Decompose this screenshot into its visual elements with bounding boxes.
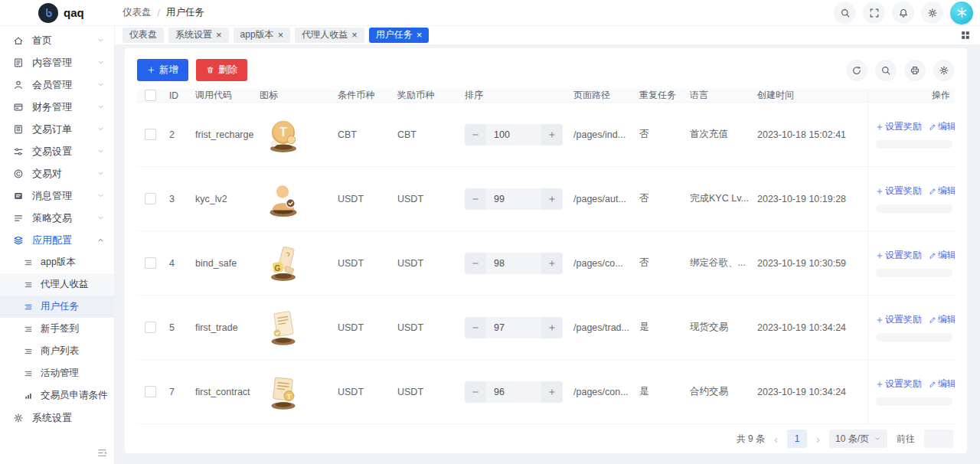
sidebar-item-7[interactable]: 消息管理 bbox=[0, 185, 114, 207]
tab-2[interactable]: app版本× bbox=[234, 28, 291, 43]
page-size-select[interactable]: 10 条/页 bbox=[829, 430, 887, 448]
user-avatar[interactable] bbox=[950, 2, 973, 25]
row-checkbox[interactable] bbox=[145, 322, 156, 333]
row-checkbox[interactable] bbox=[145, 129, 156, 140]
sidebar-subitem-9-4[interactable]: 商户列表 bbox=[0, 340, 114, 362]
fullscreen-icon[interactable] bbox=[863, 2, 885, 24]
row-checkbox[interactable] bbox=[145, 386, 156, 397]
sidebar-item-6[interactable]: 交易对 bbox=[0, 162, 114, 185]
edit-link[interactable]: 编辑 bbox=[929, 313, 955, 326]
sidebar-item-2[interactable]: 会员管理 bbox=[0, 74, 114, 96]
table-card: 新增 删除 ID调用代码图标条件币种奖励币种排序页面路径重复任务语言创建时间操作… bbox=[125, 48, 967, 453]
sidebar-subitem-9-5[interactable]: 活动管理 bbox=[0, 362, 114, 384]
plus-icon[interactable] bbox=[541, 317, 563, 338]
gear-icon[interactable] bbox=[921, 2, 943, 24]
breadcrumb-dashboard[interactable]: 仪表盘 bbox=[122, 6, 152, 19]
delete-button[interactable]: 删除 bbox=[196, 59, 247, 81]
trading-pair-icon bbox=[13, 168, 24, 179]
sort-stepper[interactable]: 96 bbox=[465, 381, 563, 403]
column-header: 排序 bbox=[459, 89, 567, 102]
minus-icon[interactable] bbox=[465, 253, 486, 274]
table-row-2: 2frist_rechargeTCBTCBT100/pages/ind...否首… bbox=[137, 103, 955, 167]
edit-link[interactable]: 编辑 bbox=[929, 249, 955, 262]
app-logo: qaq bbox=[0, 3, 115, 23]
chevron-down-icon bbox=[96, 147, 105, 155]
row-checkbox[interactable] bbox=[145, 257, 156, 269]
top-header: qaq 仪表盘 / 用户任务 bbox=[0, 0, 980, 26]
plus-icon[interactable] bbox=[541, 381, 563, 403]
tab-3[interactable]: 代理人收益× bbox=[295, 28, 364, 43]
set-reward-link[interactable]: 设置奖励 bbox=[876, 377, 922, 390]
cell-repeat-task: 是 bbox=[633, 296, 684, 359]
sort-stepper[interactable]: 98 bbox=[465, 253, 563, 274]
plus-icon[interactable] bbox=[541, 253, 563, 274]
goto-page-input[interactable] bbox=[924, 430, 953, 448]
sidebar-item-5[interactable]: 交易设置 bbox=[0, 140, 114, 162]
sidebar-item-0[interactable]: 首页 bbox=[0, 29, 114, 51]
search-icon[interactable] bbox=[875, 60, 897, 81]
sidebar-item-8[interactable]: 策略交易 bbox=[0, 207, 114, 229]
set-reward-link[interactable]: 设置奖励 bbox=[876, 185, 922, 198]
set-reward-link[interactable]: 设置奖励 bbox=[876, 249, 922, 262]
prev-page-icon[interactable]: ‹ bbox=[774, 433, 778, 445]
grid-menu-icon[interactable] bbox=[960, 30, 971, 41]
refresh-icon[interactable] bbox=[846, 60, 867, 81]
close-icon[interactable]: × bbox=[351, 30, 358, 40]
column-header: 重复任务 bbox=[633, 89, 684, 102]
sidebar-item-10[interactable]: 系统设置 bbox=[0, 407, 114, 429]
sidebar-subitem-9-0[interactable]: app版本 bbox=[0, 251, 114, 273]
minus-icon[interactable] bbox=[465, 188, 486, 210]
page-number[interactable]: 1 bbox=[787, 430, 807, 448]
table-header: ID调用代码图标条件币种奖励币种排序页面路径重复任务语言创建时间操作 bbox=[137, 89, 955, 103]
select-all-checkbox[interactable] bbox=[145, 90, 156, 101]
plus-icon[interactable] bbox=[541, 188, 563, 210]
minus-icon[interactable] bbox=[465, 381, 486, 403]
sort-stepper[interactable]: 100 bbox=[465, 124, 563, 145]
member-icon bbox=[13, 80, 24, 90]
set-reward-link[interactable]: 设置奖励 bbox=[876, 120, 922, 133]
collapse-sidebar-icon[interactable] bbox=[96, 447, 108, 459]
sidebar-subitem-9-6[interactable]: 交易员申请条件 bbox=[0, 384, 114, 407]
tab-4[interactable]: 用户任务× bbox=[369, 28, 430, 43]
table-row-5: 5first_tradeUSDTUSDT97/pages/trad...是现货交… bbox=[137, 296, 955, 360]
cell-reward-currency: USDT bbox=[391, 167, 459, 230]
chevron-down-icon bbox=[874, 435, 881, 443]
sidebar-subitem-9-3[interactable]: 新手签到 bbox=[0, 318, 114, 340]
tab-0[interactable]: 仪表盘 bbox=[122, 28, 164, 43]
sidebar-item-1[interactable]: 内容管理 bbox=[0, 51, 114, 74]
cell-code: kyc_lv2 bbox=[189, 167, 253, 230]
close-icon[interactable]: × bbox=[216, 30, 222, 40]
minus-icon[interactable] bbox=[465, 124, 486, 145]
ops-track bbox=[876, 397, 952, 406]
close-icon[interactable]: × bbox=[278, 30, 284, 40]
edit-link[interactable]: 编辑 bbox=[929, 185, 955, 198]
edit-link[interactable]: 编辑 bbox=[929, 377, 955, 390]
cell-language: 合约交易 bbox=[684, 360, 751, 423]
add-button[interactable]: 新增 bbox=[137, 59, 188, 81]
minus-icon[interactable] bbox=[465, 317, 486, 338]
search-icon[interactable] bbox=[834, 2, 856, 24]
set-reward-link[interactable]: 设置奖励 bbox=[876, 313, 922, 326]
sidebar-item-9[interactable]: 应用配置 bbox=[0, 229, 114, 251]
cell-created-at: 2023-10-18 15:02:41 bbox=[751, 103, 867, 166]
cell-code: frist_recharge bbox=[189, 103, 253, 166]
row-checkbox[interactable] bbox=[145, 193, 156, 204]
sort-stepper[interactable]: 99 bbox=[465, 188, 563, 210]
sidebar-subitem-9-2[interactable]: 用户任务 bbox=[0, 296, 114, 318]
edit-link[interactable]: 编辑 bbox=[929, 120, 955, 133]
sort-stepper[interactable]: 97 bbox=[465, 317, 563, 338]
tab-1[interactable]: 系统设置× bbox=[168, 28, 229, 43]
card-actions bbox=[846, 60, 955, 81]
column-header: 操作 bbox=[867, 89, 955, 102]
settings-icon[interactable] bbox=[933, 60, 955, 81]
plus-icon[interactable] bbox=[541, 124, 563, 145]
table-row-3: 3kyc_lv2USDTUSDT99/pages/aut...否完成KYC Lv… bbox=[137, 167, 955, 231]
pagination: 共 9 条 ‹ 1 › 10 条/页 前往 bbox=[137, 424, 955, 453]
sidebar-item-4[interactable]: 交易订单 bbox=[0, 118, 114, 140]
bell-icon[interactable] bbox=[892, 2, 914, 24]
sidebar-item-3[interactable]: 财务管理 bbox=[0, 96, 114, 118]
close-icon[interactable]: × bbox=[416, 30, 423, 40]
printer-icon[interactable] bbox=[904, 60, 926, 81]
next-page-icon[interactable]: › bbox=[816, 433, 820, 445]
sidebar-subitem-9-1[interactable]: 代理人收益 bbox=[0, 273, 114, 296]
